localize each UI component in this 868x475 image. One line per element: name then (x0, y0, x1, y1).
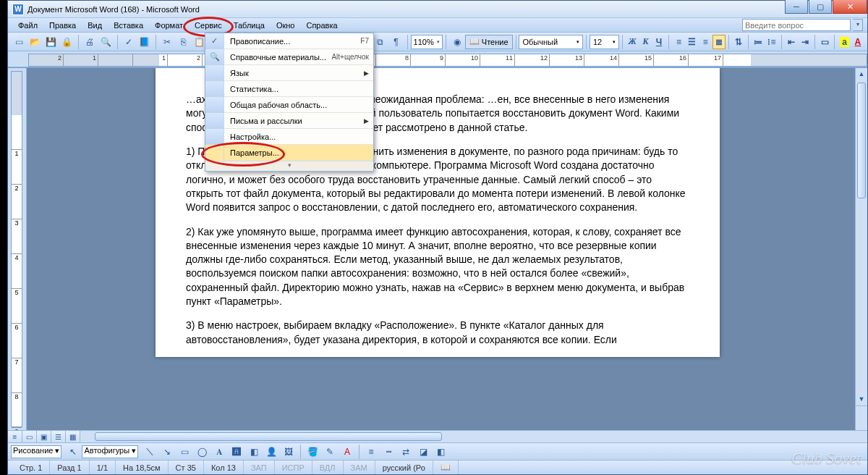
status-language[interactable]: русский (Ро (375, 461, 433, 474)
preview-icon[interactable]: 🔍 (98, 34, 113, 50)
autoshapes-menu[interactable]: Автофигуры ▾ (82, 445, 138, 458)
3d-icon[interactable]: ◧ (433, 444, 448, 460)
menu-format[interactable]: Формат (149, 20, 189, 31)
align-right-button[interactable]: ≡ (699, 35, 712, 49)
menu-item[interactable]: Настройка... (205, 129, 373, 145)
oval-icon[interactable]: ◯ (194, 444, 210, 460)
fill-color-icon[interactable]: 🪣 (305, 444, 320, 460)
normal-view-button[interactable]: ≡ (8, 431, 22, 443)
status-book-icon[interactable]: 📖 (433, 461, 459, 474)
maximize-button[interactable]: ▢ (809, 0, 832, 14)
research-icon[interactable]: 📘 (137, 34, 152, 50)
menu-item[interactable]: Общая рабочая область... (205, 97, 373, 113)
print-view-button[interactable]: ▣ (37, 431, 51, 443)
highlight-button[interactable]: a (838, 35, 851, 49)
menu-table[interactable]: Таблица (228, 20, 271, 31)
reading-view-button[interactable]: ▦ (66, 431, 80, 443)
menu-view[interactable]: Вид (82, 20, 108, 31)
align-justify-button[interactable]: ≣ (712, 35, 726, 49)
line-spacing-button[interactable]: ⇅ (732, 35, 745, 49)
italic-button[interactable]: К (639, 35, 652, 49)
menu-insert[interactable]: Вставка (108, 20, 149, 31)
close-button[interactable]: ✕ (833, 0, 867, 14)
menu-item-label: Язык (224, 69, 361, 77)
picture-icon[interactable]: 🖼 (281, 444, 297, 460)
help-icon[interactable]: ◉ (450, 34, 464, 50)
bullets-button[interactable]: ⁝≡ (765, 35, 778, 49)
menu-file[interactable]: Файл (12, 20, 43, 31)
ask-dropdown-icon[interactable]: ▾ (853, 19, 863, 31)
line-icon[interactable]: ＼ (142, 444, 158, 460)
browse-object-nav[interactable] (856, 405, 867, 430)
wordart-icon[interactable]: 🅰 (229, 444, 244, 460)
web-view-button[interactable]: ▭ (22, 431, 37, 443)
line-style-icon[interactable]: ≡ (363, 444, 379, 460)
textbox-icon[interactable]: 𝐀 (211, 444, 227, 460)
menu-expand-chevron[interactable]: ▾ (205, 161, 373, 171)
dash-style-icon[interactable]: ┅ (380, 444, 396, 460)
status-ext[interactable]: ВДЛ (312, 461, 344, 474)
arrow-style-icon[interactable]: ⇄ (398, 444, 414, 460)
horizontal-ruler[interactable]: 211234567891011121314151617 (28, 54, 867, 67)
reading-layout-button[interactable]: 📖 Чтение (465, 35, 513, 49)
align-left-button[interactable]: ≡ (672, 35, 685, 49)
scroll-up-icon[interactable]: ▲ (856, 68, 867, 80)
vertical-scrollbar[interactable]: ▲ ▼ (855, 68, 867, 430)
line-color-icon[interactable]: ✎ (322, 444, 338, 460)
menu-item-label: Письма и рассылки (224, 117, 361, 125)
menu-window[interactable]: Окно (271, 20, 301, 31)
print-icon[interactable]: 🖨 (82, 34, 97, 50)
clipart-icon[interactable]: 👤 (263, 444, 279, 460)
permission-icon[interactable]: 🔒 (60, 34, 75, 50)
open-icon[interactable]: 📂 (27, 34, 42, 50)
font-color-draw-icon[interactable]: A (339, 444, 355, 460)
style-combo[interactable]: Обычный▾ (519, 35, 583, 49)
status-rev[interactable]: ИСПР (275, 461, 312, 474)
drawing-menu[interactable]: Рисование ▾ (11, 445, 61, 458)
menu-edit[interactable]: Правка (43, 20, 82, 31)
increase-indent-button[interactable]: ⇥ (799, 35, 812, 49)
underline-button[interactable]: Ч (652, 35, 665, 49)
vertical-ruler[interactable]: 123456789 (8, 68, 27, 430)
rectangle-icon[interactable]: ▭ (176, 444, 192, 460)
fontsize-combo[interactable]: 12▾ (590, 35, 619, 49)
borders-button[interactable]: ▭ (818, 35, 831, 49)
font-color-button[interactable]: A (851, 35, 864, 49)
window-title: Документ Microsoft Word (168) - Microsof… (27, 5, 200, 14)
diagram-icon[interactable]: ◧ (246, 444, 262, 460)
scroll-thumb[interactable] (857, 83, 866, 198)
document-viewport[interactable]: …ах Microsoft Word, может возникнуть нео… (27, 68, 867, 430)
menu-service[interactable]: Сервис (189, 20, 228, 31)
outline-view-button[interactable]: ☰ (51, 431, 66, 443)
menu-help[interactable]: Справка (300, 20, 343, 31)
cut-icon[interactable]: ✂ (160, 34, 174, 50)
shadow-icon[interactable]: ◪ (415, 444, 431, 460)
status-ovr[interactable]: ЗАМ (344, 461, 375, 474)
arrow-icon[interactable]: ↘ (159, 444, 175, 460)
hscroll-thumb[interactable] (95, 432, 442, 441)
zoom-combo[interactable]: 110%▾ (411, 35, 443, 49)
drawing-toolbar: Рисование ▾ ↖ Автофигуры ▾ ＼ ↘ ▭ ◯ 𝐀 🅰 ◧… (8, 442, 867, 460)
copy-icon[interactable]: ⎘ (176, 34, 190, 50)
status-rec[interactable]: ЗАП (244, 461, 275, 474)
menu-item[interactable]: Язык▶ (205, 65, 373, 81)
decrease-indent-button[interactable]: ⇤ (785, 35, 798, 49)
menu-item[interactable]: ✓Правописание...F7 (205, 33, 373, 49)
select-objects-icon[interactable]: ↖ (65, 444, 81, 460)
spellcheck-icon[interactable]: ✓ (122, 34, 136, 50)
menu-item[interactable]: Параметры... (205, 145, 373, 161)
menu-item[interactable]: Письма и рассылки▶ (205, 113, 373, 129)
bold-button[interactable]: Ж (626, 35, 639, 49)
menu-item[interactable]: 🔍Справочные материалы...Alt+щелчок (205, 49, 373, 65)
minimize-button[interactable]: ─ (785, 0, 808, 14)
save-icon[interactable]: 💾 (44, 34, 59, 50)
menu-item[interactable]: Статистика... (205, 81, 373, 97)
ask-input[interactable] (742, 19, 851, 31)
scroll-down-icon[interactable]: ▼ (856, 393, 867, 405)
new-doc-icon[interactable]: ▭ (12, 34, 26, 50)
horizontal-scrollbar[interactable]: ≡ ▭ ▣ ☰ ▦ (8, 430, 867, 442)
numbering-button[interactable]: ≔ (752, 35, 765, 49)
align-center-button[interactable]: ☰ (686, 35, 699, 49)
show-marks-icon[interactable]: ¶ (388, 34, 403, 50)
docmap-icon[interactable]: ⧉ (373, 34, 387, 50)
